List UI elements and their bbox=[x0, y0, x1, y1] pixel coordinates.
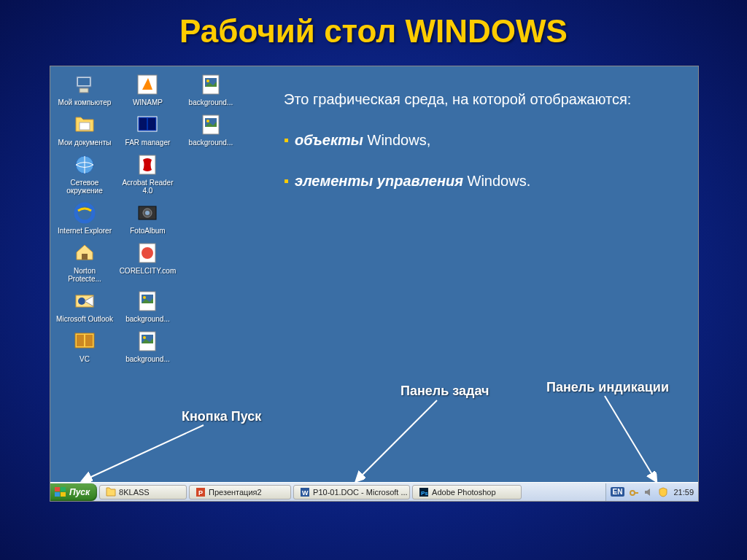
icon-label: FotoAlbum bbox=[130, 227, 165, 235]
svg-point-33 bbox=[143, 336, 146, 339]
svg-rect-2 bbox=[80, 88, 88, 93]
task-label: Adobe Photoshop bbox=[432, 488, 495, 497]
svg-rect-37 bbox=[55, 487, 60, 491]
svg-rect-40 bbox=[61, 492, 66, 497]
icon-far-manager[interactable]: FAR manager bbox=[117, 112, 177, 147]
start-label: Пуск bbox=[69, 487, 90, 497]
svg-rect-20 bbox=[82, 254, 88, 260]
svg-rect-1 bbox=[78, 78, 90, 85]
svg-point-6 bbox=[206, 79, 209, 82]
icon-my-computer[interactable]: Мой компьютер bbox=[55, 72, 115, 106]
photoshop-icon: Ps bbox=[419, 487, 429, 497]
folder-docs-icon bbox=[72, 112, 97, 137]
icon-label: Мой компьютер bbox=[58, 98, 112, 106]
norton-icon bbox=[72, 241, 97, 265]
slide-title: Рабочий стол WINDOWS bbox=[0, 0, 747, 57]
svg-rect-39 bbox=[55, 492, 60, 497]
svg-point-16 bbox=[76, 204, 93, 222]
svg-rect-29 bbox=[77, 335, 84, 346]
icon-background-img-2[interactable]: background... bbox=[181, 112, 241, 147]
icon-fotoalbum[interactable]: FotoAlbum bbox=[117, 201, 177, 235]
vc-icon bbox=[72, 329, 97, 354]
annotation-start: Кнопка Пуск bbox=[182, 409, 261, 424]
fotoalbum-icon bbox=[135, 201, 160, 225]
start-button[interactable]: Пуск bbox=[50, 483, 97, 501]
network-icon bbox=[72, 152, 97, 177]
ie-icon bbox=[72, 201, 97, 225]
svg-line-35 bbox=[357, 400, 437, 481]
tray-shield-icon[interactable] bbox=[657, 486, 669, 498]
computer-icon bbox=[72, 72, 97, 97]
word-icon: W bbox=[300, 487, 310, 497]
icon-label: FAR manager bbox=[125, 139, 171, 147]
icon-ie[interactable]: Internet Explorer bbox=[55, 201, 115, 235]
task-label: P10-01.DOC - Microsoft ... bbox=[313, 488, 408, 497]
icon-label: Norton Protecte... bbox=[56, 267, 113, 283]
svg-rect-38 bbox=[61, 487, 66, 491]
svg-rect-9 bbox=[139, 118, 147, 130]
image-file-icon bbox=[198, 72, 223, 97]
taskbar-item-folder[interactable]: 8KLASS bbox=[99, 485, 187, 499]
folder-icon bbox=[106, 487, 116, 497]
svg-line-34 bbox=[83, 425, 204, 481]
icon-acrobat[interactable]: Acrobat Reader 4.0 bbox=[117, 152, 177, 195]
winamp-icon bbox=[135, 72, 160, 97]
desktop-icons-area: Мой компьютер WINAMP background... Мои д… bbox=[50, 66, 269, 372]
svg-point-22 bbox=[142, 247, 153, 259]
taskbar-item-word[interactable]: W P10-01.DOC - Microsoft ... bbox=[293, 485, 410, 499]
icon-my-documents[interactable]: Мои документы bbox=[55, 112, 115, 147]
icon-vc[interactable]: VC bbox=[55, 329, 115, 363]
desc-bullet-2: элементы управления Windows. bbox=[284, 170, 670, 192]
powerpoint-icon: P bbox=[196, 487, 206, 497]
image-file-icon bbox=[198, 112, 223, 137]
icon-background-img-1[interactable]: background... bbox=[181, 72, 241, 106]
desc-bullet-1: объекты Windows, bbox=[284, 129, 670, 151]
corel-icon bbox=[135, 241, 160, 265]
icon-label: Мои документы bbox=[58, 139, 112, 147]
icon-label: background... bbox=[125, 315, 170, 323]
acrobat-icon bbox=[135, 152, 160, 177]
icon-label: Microsoft Outlook bbox=[56, 315, 113, 323]
icon-label: Сетевое окружение bbox=[56, 179, 113, 195]
icon-label: background... bbox=[189, 98, 233, 106]
icon-winamp[interactable]: WINAMP bbox=[117, 72, 177, 106]
desktop-screenshot: Мой компьютер WINAMP background... Мои д… bbox=[50, 66, 699, 502]
annotation-tray: Панель индикации bbox=[546, 380, 669, 395]
annotation-taskbar: Панель задач bbox=[400, 384, 489, 399]
tray-key-icon[interactable] bbox=[628, 486, 640, 498]
svg-rect-7 bbox=[80, 122, 90, 130]
icon-outlook[interactable]: Microsoft Outlook bbox=[55, 289, 115, 323]
icon-label: CORELCITY.com bbox=[120, 267, 177, 275]
svg-rect-30 bbox=[85, 335, 93, 346]
taskbar: Пуск 8KLASS P Презентация2 W P10-01.DOC … bbox=[50, 482, 698, 501]
icon-label: VC bbox=[80, 355, 90, 363]
icon-corel[interactable]: CORELCITY.com bbox=[117, 241, 177, 275]
taskbar-item-ppt[interactable]: P Презентация2 bbox=[189, 485, 291, 499]
icon-label: Internet Explorer bbox=[58, 227, 112, 235]
windows-flag-icon bbox=[55, 487, 66, 497]
icon-label: background... bbox=[189, 139, 233, 147]
tray-clock[interactable]: 21:59 bbox=[673, 488, 694, 497]
image-file-icon bbox=[135, 329, 160, 354]
task-label: 8KLASS bbox=[119, 488, 150, 497]
system-tray: EN 21:59 bbox=[605, 483, 698, 501]
description-text: Это графическая среда, на которой отобра… bbox=[284, 88, 670, 211]
icon-background-img-4[interactable]: background... bbox=[117, 329, 177, 363]
icon-label: Acrobat Reader 4.0 bbox=[119, 179, 176, 195]
icon-network[interactable]: Сетевое окружение bbox=[55, 152, 115, 195]
taskbar-item-photoshop[interactable]: Ps Adobe Photoshop bbox=[412, 485, 522, 499]
desc-intro: Это графическая среда, на которой отобра… bbox=[284, 88, 670, 110]
svg-text:W: W bbox=[302, 489, 309, 497]
task-label: Презентация2 bbox=[209, 488, 262, 497]
svg-rect-10 bbox=[148, 118, 155, 130]
icon-background-img-3[interactable]: background... bbox=[117, 289, 177, 323]
language-indicator[interactable]: EN bbox=[611, 487, 625, 497]
icon-norton[interactable]: Norton Protecte... bbox=[55, 241, 115, 283]
icon-label: background... bbox=[125, 355, 170, 363]
far-icon bbox=[135, 112, 160, 137]
svg-point-27 bbox=[143, 296, 146, 299]
image-file-icon bbox=[135, 289, 160, 314]
tray-volume-icon[interactable] bbox=[643, 486, 654, 498]
svg-point-47 bbox=[630, 491, 635, 495]
svg-text:Ps: Ps bbox=[421, 490, 428, 497]
